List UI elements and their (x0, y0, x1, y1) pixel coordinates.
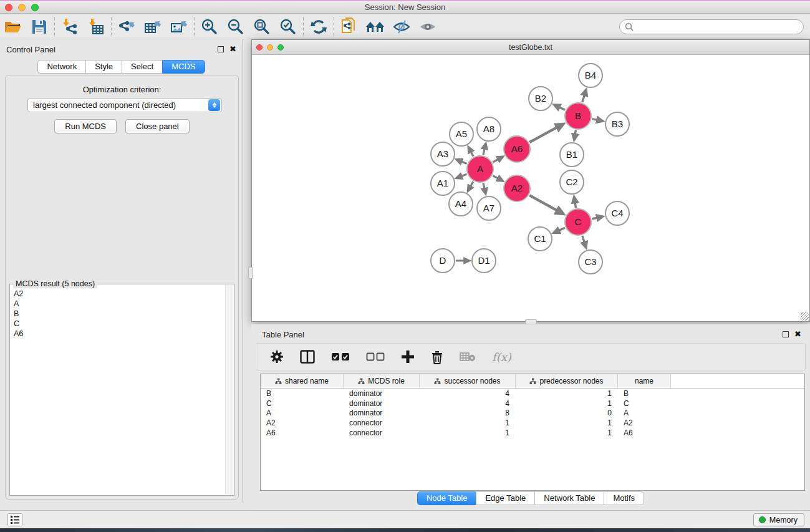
table-cell[interactable]: A2 (261, 418, 344, 427)
graph-edge-C-C1[interactable] (558, 228, 565, 231)
network-graph[interactable]: B4B2BB3A5A8A6B1A3AA1C2A2A4A7C4CC1C3DD1 (252, 55, 809, 321)
table-row[interactable]: A2connector11A2 (261, 418, 804, 428)
result-scrollbar[interactable] (225, 285, 233, 495)
column-header-successor-nodes[interactable]: successor nodes (420, 374, 516, 388)
graph-node-B2[interactable]: B2 (529, 87, 552, 110)
table-cell[interactable]: dominator (344, 389, 420, 398)
save-session-icon[interactable] (26, 16, 52, 37)
delete-column-icon[interactable] (431, 350, 443, 364)
table-row[interactable]: Bdominator41B (261, 389, 804, 399)
mcds-result-item[interactable]: C (14, 319, 225, 329)
zoom-fit-icon[interactable] (249, 16, 275, 37)
graph-edge-A-A3[interactable] (460, 161, 466, 163)
graph-node-D[interactable]: D (431, 249, 455, 273)
table-tab-edge-table[interactable]: Edge Table (476, 491, 534, 505)
add-column-icon[interactable] (401, 350, 415, 364)
column-header-name[interactable]: name (618, 374, 671, 388)
table-cell[interactable]: 0 (516, 409, 618, 417)
table-cell[interactable]: 1 (516, 418, 618, 427)
table-cell[interactable]: C (618, 399, 671, 408)
select-all-checkboxes-icon[interactable] (331, 352, 350, 361)
graph-node-C2[interactable]: C2 (560, 170, 584, 194)
graph-edge-B-B3[interactable] (592, 119, 599, 120)
table-cell[interactable]: connector (344, 428, 420, 437)
table-tab-network-table[interactable]: Network Table (534, 491, 604, 505)
hide-graphics-details-icon[interactable] (388, 16, 415, 37)
delete-table-icon[interactable] (460, 351, 476, 362)
table-cell[interactable]: 1 (420, 418, 516, 427)
mcds-result-item[interactable]: A (14, 299, 225, 309)
graph-node-A8[interactable]: A8 (477, 117, 501, 141)
mcds-result-item[interactable]: A6 (14, 329, 225, 339)
import-network-icon[interactable] (57, 16, 83, 37)
table-settings-gear-icon[interactable] (270, 350, 284, 364)
table-row[interactable]: Adominator80A (261, 408, 804, 418)
graph-node-A[interactable]: A (467, 156, 493, 182)
float-panel-icon[interactable] (218, 46, 224, 52)
table-cell[interactable]: 4 (420, 399, 516, 408)
memory-button[interactable]: Memory (753, 513, 804, 526)
criterion-dropdown[interactable]: largest connected component (directed) (27, 98, 222, 112)
graph-node-A7[interactable]: A7 (477, 196, 501, 220)
table-row[interactable]: Cdominator41C (261, 399, 804, 409)
export-image-icon[interactable] (166, 16, 192, 37)
network-canvas[interactable]: B4B2BB3A5A8A6B1A3AA1C2A2A4A7C4CC1C3DD1 (252, 55, 809, 321)
table-cell[interactable]: 1 (420, 428, 516, 437)
table-tab-node-table[interactable]: Node Table (417, 491, 476, 505)
zoom-in-icon[interactable] (196, 16, 223, 37)
graph-edge-B-B2[interactable] (558, 107, 565, 110)
home-layout-icon[interactable] (362, 16, 388, 37)
graph-node-C[interactable]: C (565, 209, 591, 235)
table-cell[interactable]: 4 (420, 389, 516, 398)
zoom-selected-icon[interactable] (275, 16, 301, 37)
graph-edge-A-A8[interactable] (483, 148, 485, 155)
window-resize-grip[interactable] (801, 312, 809, 321)
tab-select[interactable]: Select (122, 60, 162, 74)
graph-node-B4[interactable]: B4 (579, 64, 602, 87)
export-table-icon[interactable] (140, 16, 166, 37)
table-cell[interactable]: A2 (618, 418, 671, 427)
deselect-all-checkboxes-icon[interactable] (366, 352, 385, 361)
import-table-icon[interactable] (83, 16, 109, 37)
float-table-panel-icon[interactable] (783, 331, 789, 337)
graph-node-C4[interactable]: C4 (605, 201, 629, 225)
close-panel-button[interactable]: Close panel (125, 119, 190, 133)
column-header-shared-name[interactable]: shared name (261, 374, 344, 388)
table-cell[interactable]: dominator (344, 399, 420, 408)
network-from-file-icon[interactable] (336, 16, 362, 37)
table-cell[interactable]: dominator (344, 409, 420, 417)
table-cell[interactable]: 1 (516, 428, 618, 437)
graph-edge-A-A2[interactable] (493, 176, 499, 179)
graph-edge-A-A7[interactable] (483, 183, 485, 190)
graph-edge-A2-C[interactable] (529, 195, 558, 211)
mcds-result-item[interactable]: A2 (14, 289, 225, 299)
table-cell[interactable]: B (618, 389, 671, 398)
table-cell[interactable]: A (618, 409, 671, 417)
tab-style[interactable]: Style (85, 60, 122, 74)
graph-node-B[interactable]: B (565, 103, 591, 129)
network-window-titlebar[interactable]: testGlobe.txt (252, 40, 809, 55)
table-cell[interactable]: A6 (261, 428, 344, 437)
table-row[interactable]: A6connector11A6 (261, 428, 804, 438)
table-cell[interactable]: 1 (516, 399, 618, 408)
graph-edge-C-C4[interactable] (592, 218, 598, 219)
graph-node-A3[interactable]: A3 (431, 142, 455, 166)
column-header-predecessor-nodes[interactable]: predecessor nodes (516, 374, 618, 388)
graph-node-A6[interactable]: A6 (504, 136, 530, 162)
table-cell[interactable]: A (261, 409, 344, 417)
column-header-MCDS-role[interactable]: MCDS role (344, 374, 420, 388)
graph-node-A4[interactable]: A4 (449, 192, 473, 216)
export-network-icon[interactable] (113, 16, 140, 37)
split-table-view-icon[interactable] (300, 350, 315, 364)
splitter-handle-horizontal[interactable] (525, 319, 537, 324)
refresh-view-icon[interactable] (306, 16, 332, 37)
mcds-result-item[interactable]: B (14, 309, 225, 319)
graph-node-C3[interactable]: C3 (579, 250, 602, 274)
close-table-panel-icon[interactable]: ✖ (794, 331, 801, 337)
table-cell[interactable]: 1 (516, 389, 618, 398)
table-cell[interactable]: connector (344, 418, 420, 427)
table-cell[interactable]: B (261, 389, 344, 398)
table-cell[interactable]: C (261, 399, 344, 408)
graph-edge-B-B4[interactable] (582, 94, 585, 102)
graph-edge-A-A4[interactable] (470, 181, 473, 187)
